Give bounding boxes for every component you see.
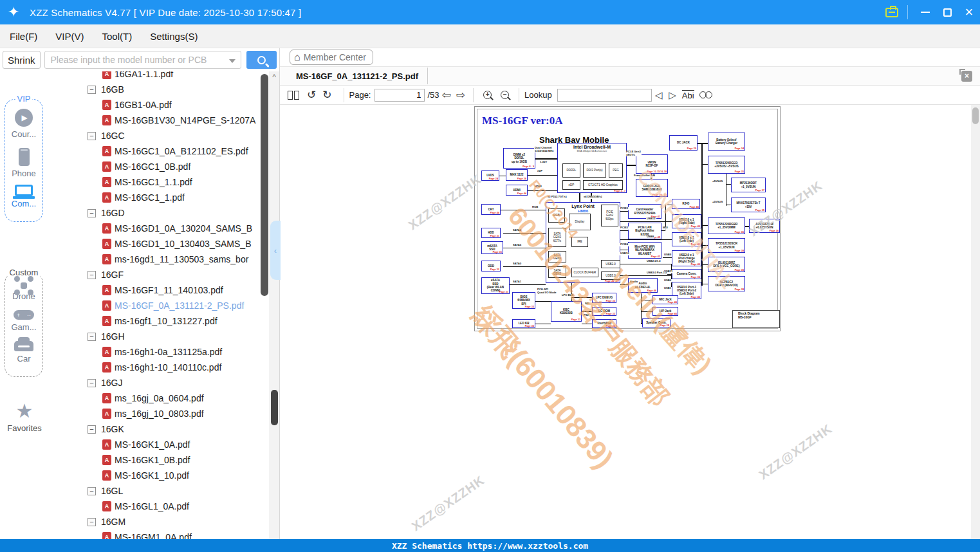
collapse-icon[interactable]: − bbox=[88, 379, 96, 387]
tree-group[interactable]: −16GC bbox=[49, 128, 279, 143]
tree-item[interactable]: AMS-16GD1_0A_130204_SAMS_B bbox=[49, 221, 279, 236]
tree-item[interactable]: Ams-16gh1-0a_131125a.pdf bbox=[49, 344, 279, 360]
page-number-input[interactable] bbox=[374, 89, 425, 102]
tree-item[interactable]: AMS-16GC1_0A_B121102_ES.pdf bbox=[49, 143, 279, 159]
tree-item[interactable]: Ams-16gh1-10_140110c.pdf bbox=[49, 360, 279, 375]
tree-group[interactable]: −16GK bbox=[49, 421, 279, 437]
tree-item[interactable]: AMS-16GC1_1.1.pdf bbox=[49, 174, 279, 190]
shrink-button[interactable]: Shrink bbox=[3, 51, 41, 69]
search-button[interactable] bbox=[246, 51, 277, 69]
panel-collapse-handle[interactable]: ‹ bbox=[270, 221, 281, 280]
tree-group[interactable]: −16GH bbox=[49, 329, 279, 344]
tree-group[interactable]: −16GL bbox=[49, 483, 279, 499]
tree-item[interactable]: AMS-16GF_0A_131121-2_PS.pdf bbox=[49, 298, 279, 313]
tree-item[interactable]: AMS-16GM1_0A.pdf bbox=[49, 529, 279, 539]
sidebar-item-label: Gam... bbox=[11, 322, 36, 332]
lookup-input[interactable] bbox=[557, 89, 652, 102]
tree-group-label: 16GH bbox=[101, 331, 125, 342]
tree-item-label: MS-16GK1_10.pdf bbox=[115, 470, 189, 481]
wire bbox=[499, 176, 506, 176]
collapse-icon[interactable]: − bbox=[88, 132, 96, 140]
tree-item[interactable]: AMS-16GL1_0A.pdf bbox=[49, 499, 279, 514]
tree-item[interactable]: Ams_16gj_10_0803.pdf bbox=[49, 406, 279, 421]
sidebar-item-car[interactable]: Car bbox=[5, 341, 42, 363]
schematic-block: GT2/GT1 HD Graphics bbox=[583, 180, 623, 190]
tree-group[interactable]: −16GD bbox=[49, 205, 279, 221]
tree-item[interactable]: Ams-16gf1_10_131227.pdf bbox=[49, 313, 279, 329]
prev-page-icon[interactable]: ⇦ bbox=[442, 90, 451, 100]
find-next-icon[interactable]: ▷ bbox=[669, 89, 676, 101]
menu-item-tool-t[interactable]: Tool(T) bbox=[102, 31, 133, 42]
tree-item[interactable]: AMS-16GC1_1.pdf bbox=[49, 190, 279, 205]
tree-item-label: ms-16gh1-10_140110c.pdf bbox=[115, 362, 221, 373]
tree-item[interactable]: AMS-16GB1V30_N14PGE_S-1207A bbox=[49, 113, 279, 128]
rotate-right-icon[interactable]: ↻ bbox=[322, 90, 331, 100]
zoom-out-icon[interactable]: − bbox=[501, 91, 509, 99]
wire bbox=[620, 230, 628, 231]
tree-item[interactable]: A16GA1-1.1.pdf bbox=[49, 71, 279, 82]
tree-item[interactable]: AMS-16GK1_0A.pdf bbox=[49, 437, 279, 452]
minimize-button[interactable] bbox=[914, 0, 936, 24]
panel-scrollbar[interactable]: ^ bbox=[269, 71, 279, 539]
tree-group[interactable]: −16GF bbox=[49, 267, 279, 282]
close-tabs-icon[interactable]: × bbox=[961, 71, 972, 82]
page-ref: Page 39 bbox=[735, 269, 744, 271]
pdf-file-icon: A bbox=[102, 285, 111, 295]
tree-scrollbar-thumb[interactable] bbox=[261, 74, 268, 296]
search-combobox[interactable] bbox=[44, 51, 241, 69]
block-label: PEG bbox=[613, 169, 619, 172]
maximize-button[interactable] bbox=[936, 0, 958, 24]
find-prev-icon[interactable]: ◁ bbox=[655, 89, 663, 101]
rotate-left-icon[interactable]: ↺ bbox=[307, 90, 316, 100]
search-input[interactable] bbox=[45, 51, 241, 68]
collapse-icon[interactable]: − bbox=[88, 518, 96, 526]
tree-item[interactable]: Ams-16gd1_11_130503_sams_bor bbox=[49, 252, 279, 267]
block-label: MP2136ODT +1_5VSUN bbox=[740, 181, 757, 189]
viewer-scrollbar-thumb[interactable] bbox=[972, 107, 979, 124]
sidebar-item-drone[interactable]: Drone bbox=[5, 282, 42, 301]
panel-scrollbar-thumb[interactable] bbox=[271, 390, 278, 425]
pdf-viewer[interactable]: MS-16GF ver:0A Shark Bay Mobile Intel Br… bbox=[280, 105, 980, 539]
wire bbox=[535, 158, 557, 160]
scroll-up-icon[interactable]: ^ bbox=[270, 73, 279, 82]
tree-item[interactable]: AMS-16GC1_0B.pdf bbox=[49, 159, 279, 174]
collapse-icon[interactable]: − bbox=[88, 271, 96, 279]
tree-item[interactable]: AMS-16GK1_0B.pdf bbox=[49, 452, 279, 468]
collapse-icon[interactable]: − bbox=[88, 425, 96, 434]
tree-item[interactable]: A16GB1-0A.pdf bbox=[49, 97, 279, 113]
menu-item-vip-v[interactable]: VIP(V) bbox=[55, 31, 84, 42]
two-page-view-icon[interactable] bbox=[288, 91, 299, 100]
menu-item-settings-s[interactable]: Settings(S) bbox=[150, 31, 198, 42]
viewer-scrollbar[interactable] bbox=[971, 105, 980, 539]
sidebar-item-phone[interactable]: Phone bbox=[5, 148, 42, 178]
tree-item[interactable]: AMS-16GF1_11_140103.pdf bbox=[49, 282, 279, 298]
binoculars-icon[interactable] bbox=[699, 91, 712, 98]
collapse-icon[interactable]: − bbox=[88, 333, 96, 341]
pdf-file-icon: A bbox=[102, 223, 111, 234]
menu-item-file-f[interactable]: File(F) bbox=[10, 31, 37, 42]
tree-item[interactable]: AMS-16GK1_10.pdf bbox=[49, 468, 279, 483]
tree-group[interactable]: −16GM bbox=[49, 514, 279, 529]
chevron-down-icon[interactable] bbox=[229, 59, 236, 63]
tree-group[interactable]: −16GB bbox=[49, 82, 279, 97]
briefcase-icon[interactable] bbox=[885, 8, 898, 17]
collapse-icon[interactable]: − bbox=[88, 487, 96, 495]
close-button[interactable]: × bbox=[958, 0, 980, 24]
sidebar-item-gam[interactable]: +··Gam... bbox=[5, 310, 42, 332]
tree-item[interactable]: AMS-16GD1_10_130403_SAMS_B bbox=[49, 236, 279, 252]
net-label: +5VSUS bbox=[712, 180, 723, 183]
sidebar-item-cour[interactable]: ▶Cour... bbox=[5, 109, 42, 139]
sidebar-item-favorites[interactable]: ★ Favorites bbox=[0, 401, 49, 433]
zoom-in-icon[interactable]: + bbox=[483, 91, 492, 99]
collapse-icon[interactable]: − bbox=[88, 209, 96, 217]
tree-group[interactable]: −16GJ bbox=[49, 375, 279, 391]
match-case-icon[interactable]: Abi bbox=[682, 90, 694, 100]
tree-item[interactable]: Ams_16gj_0a_0604.pdf bbox=[49, 391, 279, 406]
tree-item-label: MS-16GM1_0A.pdf bbox=[115, 532, 192, 539]
sidebar-item-com[interactable]: Com... bbox=[5, 187, 42, 208]
tab-active-document[interactable]: MS-16GF_0A_131121-2_PS.pdf bbox=[280, 71, 427, 81]
next-page-icon[interactable]: ⇨ bbox=[456, 90, 465, 100]
collapse-icon[interactable]: − bbox=[88, 86, 96, 94]
member-center-button[interactable]: ⌂ Member Center bbox=[290, 50, 373, 65]
watermark: XZZ@XZZHK bbox=[756, 421, 835, 483]
